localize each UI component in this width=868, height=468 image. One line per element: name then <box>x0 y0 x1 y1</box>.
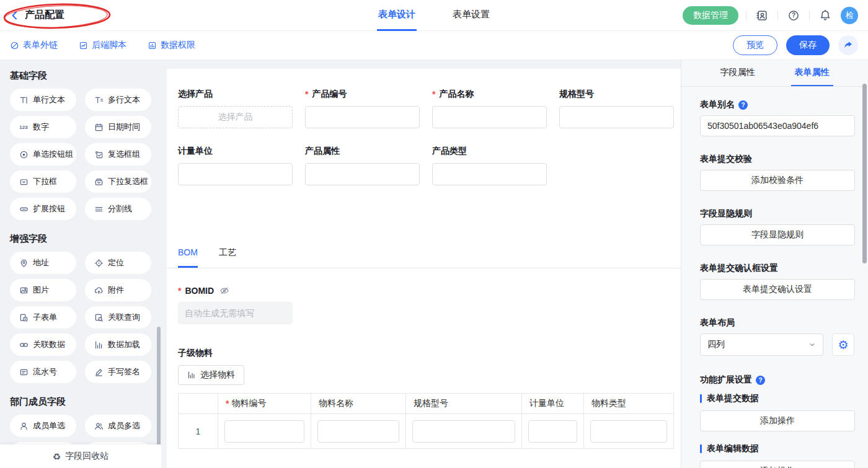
related-query-icon <box>94 313 104 322</box>
edit-data-add-button[interactable]: 添加操作 <box>700 461 855 468</box>
single-line-text-icon <box>19 95 29 105</box>
material-unit-input[interactable] <box>528 420 577 443</box>
palette-item-member-single[interactable]: 成员单选 <box>10 415 76 437</box>
visibility-rule-button[interactable]: 字段显隐规则 <box>700 224 855 245</box>
help-icon: ? <box>787 9 800 22</box>
palette-item-extend-button[interactable]: 扩展按钮 <box>10 198 76 220</box>
unit-input[interactable] <box>178 163 293 185</box>
tab-field-properties[interactable]: 字段属性 <box>717 60 759 86</box>
help-button[interactable]: ? <box>786 7 802 24</box>
tab-form-design[interactable]: 表单设计 <box>377 0 417 31</box>
palette-item-multi-select[interactable]: 下拉复选框 <box>85 170 151 193</box>
eye-off-icon[interactable] <box>219 286 229 296</box>
select-icon <box>19 177 29 187</box>
layout-settings-button[interactable]: ⚙ <box>832 333 854 356</box>
material-name-input[interactable] <box>317 420 399 443</box>
tab-form-properties[interactable]: 表单属性 <box>791 60 833 86</box>
bomid-input[interactable] <box>178 302 293 324</box>
help-badge-icon[interactable] <box>738 100 748 110</box>
palette-item-divider-line[interactable]: 分割线 <box>85 198 151 220</box>
palette-item-image[interactable]: 图片 <box>10 279 76 301</box>
attachment-icon <box>94 286 104 295</box>
gear-icon: ⚙ <box>838 339 849 351</box>
palette-item-datetime[interactable]: 日期时间 <box>85 116 151 138</box>
layout-select[interactable]: 四列 <box>700 333 823 356</box>
datetime-icon <box>94 123 104 132</box>
back-button[interactable]: 产品配置 <box>10 9 64 22</box>
panel-scrollbar[interactable] <box>862 84 867 263</box>
sidebar-scrollbar[interactable] <box>157 327 161 451</box>
share-button[interactable] <box>838 35 858 55</box>
data-permission-button[interactable]: 数据权限 <box>148 40 195 51</box>
product-name-input[interactable] <box>432 106 547 128</box>
field-unit: 计量单位 <box>178 146 293 185</box>
back-chevron-icon <box>10 11 20 20</box>
palette-item-signature[interactable]: 手写签名 <box>85 361 151 383</box>
select-material-button[interactable]: 选择物料 <box>178 365 244 385</box>
material-spec-input[interactable] <box>412 420 515 443</box>
chart-icon <box>187 371 196 379</box>
field-product-type: 产品类型 <box>432 146 547 185</box>
field-recycle-bin-button[interactable]: ♻ 字段回收站 <box>0 444 161 468</box>
main-content: 基础字段 单行文本 多行文本 123数字 日期时间 单选按钮组 复选框组 下拉框… <box>0 60 868 468</box>
header-tabs: 表单设计 表单设置 <box>377 0 491 31</box>
field-product-attr: 产品属性 <box>305 146 420 185</box>
backend-script-button[interactable]: 后端脚本 <box>79 40 126 51</box>
toolbar-actions: 预览 保存 <box>733 35 858 55</box>
add-check-condition-button[interactable]: 添加校验条件 <box>700 170 855 191</box>
sub-material-section: 子级物料 选择物料 *物料编号 物料名称 规格型号 计量单位 物料类型 1 <box>178 348 681 449</box>
palette-item-address[interactable]: 地址 <box>10 252 76 274</box>
select-product-button[interactable]: 选择产品 <box>178 106 293 128</box>
preview-button[interactable]: 预览 <box>733 35 777 55</box>
palette-item-single-line-text[interactable]: 单行文本 <box>10 89 76 111</box>
palette-item-location[interactable]: 定位 <box>85 252 151 274</box>
palette-item-attachment[interactable]: 附件 <box>85 279 151 301</box>
image-icon <box>19 286 29 295</box>
product-type-input[interactable] <box>432 163 547 185</box>
form-alias-input[interactable] <box>700 115 855 136</box>
bell-icon <box>819 9 831 22</box>
bom-tabs: BOM 工艺 <box>167 247 681 268</box>
product-code-input[interactable] <box>305 106 420 128</box>
palette-item-serial-number[interactable]: 流水号 <box>10 361 76 383</box>
external-link-button[interactable]: 表单外链 <box>10 40 58 51</box>
confirm-dialog-button[interactable]: 表单提交确认设置 <box>700 279 855 300</box>
blue-bar <box>700 394 702 403</box>
divider <box>746 11 746 20</box>
material-code-input[interactable] <box>224 420 304 443</box>
spec-model-input[interactable] <box>559 106 674 128</box>
palette-item-select[interactable]: 下拉框 <box>10 170 76 193</box>
field-select-product: 选择产品 选择产品 <box>178 89 293 128</box>
extension-settings-label: 功能扩展设置 <box>700 374 854 386</box>
tab-process[interactable]: 工艺 <box>219 247 236 268</box>
avatar[interactable]: 检 <box>841 7 858 24</box>
tab-form-settings[interactable]: 表单设置 <box>451 0 491 31</box>
palette-item-member-multi[interactable]: 成员多选 <box>85 415 151 437</box>
palette-item-radio-group[interactable]: 单选按钮组 <box>10 143 76 166</box>
recycle-icon: ♻ <box>53 452 61 461</box>
palette-item-number[interactable]: 123数字 <box>10 116 76 138</box>
save-button[interactable]: 保存 <box>786 35 830 55</box>
edit-data-label: 表单编辑数据 <box>700 443 854 454</box>
related-data-icon <box>19 340 29 350</box>
help-badge-icon[interactable] <box>756 376 765 385</box>
form-layout-label: 表单布局 <box>700 317 854 329</box>
enhanced-fields-grid: 地址 定位 图片 附件 子表单 关联查询 关联数据 数据加载 流水号 手写签名 <box>10 252 151 383</box>
data-manage-button[interactable]: 数据管理 <box>683 6 738 25</box>
product-attr-input[interactable] <box>305 163 420 185</box>
palette-item-data-load[interactable]: 数据加载 <box>85 333 151 356</box>
palette-item-checkbox-group[interactable]: 复选框组 <box>85 143 151 166</box>
palette-item-multi-line-text[interactable]: 多行文本 <box>85 89 151 111</box>
divider-icon <box>94 205 104 214</box>
radio-group-icon <box>19 150 29 159</box>
submit-data-add-button[interactable]: 添加操作 <box>700 410 855 431</box>
table-cell <box>584 414 673 448</box>
contacts-button[interactable] <box>754 7 770 24</box>
tab-bom[interactable]: BOM <box>178 247 198 268</box>
material-type-input[interactable] <box>590 420 667 443</box>
palette-item-subform[interactable]: 子表单 <box>10 306 76 329</box>
palette-item-related-query[interactable]: 关联查询 <box>85 306 151 329</box>
palette-item-related-data[interactable]: 关联数据 <box>10 333 76 356</box>
address-icon <box>19 258 29 268</box>
notifications-button[interactable] <box>817 7 833 24</box>
